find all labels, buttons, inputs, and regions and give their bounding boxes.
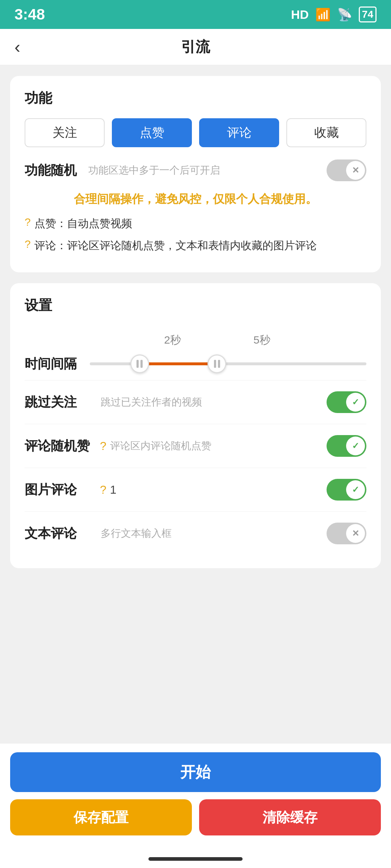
- text-comment-hint: 多行文本输入框: [101, 527, 327, 540]
- info-like: ? 点赞：自动点赞视频: [25, 215, 366, 231]
- bottom-area: 开始 保存配置 清除缓存: [0, 744, 391, 850]
- slider-track: [90, 362, 366, 365]
- comment-button[interactable]: 评论: [199, 118, 279, 147]
- main-content: 功能 关注 点赞 评论 收藏 功能随机 功能区选中多于一个后可开启 ✕ 合理间隔…: [0, 65, 391, 744]
- info-comment: ? 评论：评论区评论随机点赞，文本和表情内收藏的图片评论: [25, 237, 366, 254]
- info-comment-icon: ?: [25, 238, 31, 250]
- skip-follow-hint: 跳过已关注作者的视频: [101, 395, 327, 409]
- info-comment-text: 评论：评论区评论随机点赞，文本和表情内收藏的图片评论: [34, 237, 317, 254]
- setting-row-random-like: 评论随机赞 ? 评论区内评论随机点赞 ✓: [25, 424, 366, 468]
- time-label-left: 2秒: [164, 333, 181, 348]
- info-like-text: 点赞：自动点赞视频: [34, 215, 132, 231]
- random-like-label: 评论随机赞: [25, 437, 97, 455]
- battery-icon: 74: [359, 7, 377, 22]
- random-like-knob: ✓: [346, 437, 365, 455]
- settings-card-title: 设置: [25, 296, 366, 315]
- random-like-hint: 评论区内评论随机点赞: [110, 439, 327, 453]
- slider-handle-right[interactable]: [207, 354, 226, 373]
- nav-bar: ‹ 引流: [0, 29, 391, 65]
- random-like-toggle[interactable]: ✓: [327, 435, 366, 457]
- image-comment-knob: ✓: [346, 480, 365, 499]
- home-bar: [148, 857, 243, 861]
- clear-button[interactable]: 清除缓存: [199, 799, 381, 835]
- function-random-label: 功能随机: [25, 162, 83, 179]
- spacer: [10, 579, 381, 733]
- follow-button[interactable]: 关注: [25, 118, 105, 147]
- image-comment-help-icon[interactable]: ?: [100, 483, 106, 497]
- function-random-hint: 功能区选中多于一个后可开启: [88, 163, 321, 177]
- page-title: 引流: [181, 37, 210, 57]
- time-labels: 2秒 5秒: [25, 333, 366, 348]
- setting-row-text-comment: 文本评论 多行文本输入框 ✕: [25, 512, 366, 555]
- start-button[interactable]: 开始: [10, 752, 381, 792]
- pause-icon-right: [214, 360, 220, 368]
- toggle-knob: ✕: [346, 161, 365, 180]
- collect-button[interactable]: 收藏: [286, 118, 366, 147]
- wifi-icon: 📡: [337, 7, 352, 22]
- skip-follow-label: 跳过关注: [25, 393, 97, 411]
- setting-row-image-comment: 图片评论 ? 1 ✓: [25, 468, 366, 512]
- settings-card: 设置 2秒 5秒 时间间隔: [10, 283, 381, 568]
- home-indicator: [0, 850, 391, 868]
- time-interval-label: 时间间隔: [25, 355, 83, 373]
- function-card: 功能 关注 点赞 评论 收藏 功能随机 功能区选中多于一个后可开启 ✕ 合理间隔…: [10, 76, 381, 272]
- slider-fill: [140, 362, 217, 365]
- time-interval-section: 2秒 5秒 时间间隔: [25, 326, 366, 380]
- status-icons: HD 📶 📡 74: [291, 7, 377, 22]
- text-comment-knob: ✕: [346, 524, 365, 543]
- setting-row-skip-follow: 跳过关注 跳过已关注作者的视频 ✓: [25, 380, 366, 424]
- bottom-btn-row: 保存配置 清除缓存: [10, 799, 381, 835]
- function-card-title: 功能: [25, 89, 366, 107]
- save-button[interactable]: 保存配置: [10, 799, 192, 835]
- text-comment-toggle[interactable]: ✕: [327, 523, 366, 544]
- text-comment-label: 文本评论: [25, 525, 97, 542]
- skip-follow-toggle[interactable]: ✓: [327, 391, 366, 413]
- image-comment-value: 1: [110, 483, 117, 497]
- back-button[interactable]: ‹: [14, 37, 20, 57]
- time-label-right: 5秒: [253, 333, 270, 348]
- status-bar: 3:48 HD 📶 📡 74: [0, 0, 391, 29]
- signal-icon: 📶: [315, 7, 331, 22]
- function-buttons: 关注 点赞 评论 收藏: [25, 118, 366, 147]
- info-like-icon: ?: [25, 216, 31, 228]
- status-time: 3:48: [14, 6, 45, 23]
- slider-handle-left[interactable]: [130, 354, 149, 373]
- function-random-toggle[interactable]: ✕: [327, 159, 366, 181]
- function-random-row: 功能随机 功能区选中多于一个后可开启 ✕: [25, 159, 366, 181]
- image-comment-label: 图片评论: [25, 481, 97, 499]
- time-slider[interactable]: [90, 351, 366, 376]
- skip-follow-knob: ✓: [346, 393, 365, 412]
- hd-icon: HD: [291, 8, 309, 22]
- time-interval-row: 时间间隔: [25, 351, 366, 376]
- image-comment-toggle[interactable]: ✓: [327, 479, 366, 501]
- random-like-help-icon[interactable]: ?: [100, 439, 106, 453]
- like-button[interactable]: 点赞: [112, 118, 192, 147]
- warning-text: 合理间隔操作，避免风控，仅限个人合规使用。: [25, 191, 366, 207]
- pause-icon-left: [136, 360, 143, 368]
